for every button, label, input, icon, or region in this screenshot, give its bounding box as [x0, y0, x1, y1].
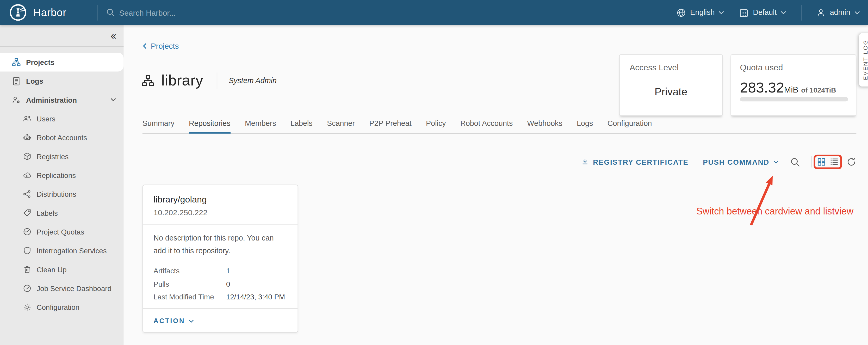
header-divider [97, 5, 98, 20]
administration-submenu: Users Robot Accounts Registries [0, 109, 123, 317]
search-input[interactable] [119, 8, 307, 17]
sidebar-item-label: Labels [36, 209, 58, 217]
administrator-icon [12, 95, 21, 104]
sidebar-item-label: Configuration [36, 303, 80, 311]
annotation-arrow [743, 170, 783, 232]
top-header: Harbor English [0, 0, 868, 25]
tab-logs[interactable]: Logs [577, 119, 593, 133]
tag-icon [23, 209, 32, 217]
annotation-text: Switch between cardview and listview [694, 207, 856, 218]
sidebar-item-administration[interactable]: Administration [0, 90, 123, 109]
sidebar-item-label: Projects [26, 58, 55, 66]
role-badge: System Admin [229, 76, 277, 85]
action-dropdown-button[interactable]: ACTION [153, 317, 194, 325]
sidebar-item-label: Users [36, 115, 55, 123]
stat-row-last-modified: Last Modified Time 12/14/23, 3:40 PM [153, 290, 287, 303]
sidebar: « Projects Logs [0, 25, 123, 345]
theme-menu[interactable]: Default [739, 7, 787, 18]
sidebar-item-replications[interactable]: Replications [0, 166, 123, 185]
sidebar-item-interrogation-services[interactable]: Interrogation Services [0, 241, 123, 260]
tab-labels[interactable]: Labels [290, 119, 313, 133]
tab-p2p-preheat[interactable]: P2P Preheat [369, 119, 411, 133]
stat-value: 1 [226, 265, 230, 278]
project-tabs: Summary Repositories Members Labels Scan… [143, 119, 856, 133]
sidebar-item-label: Clean Up [36, 265, 66, 274]
tab-webhooks[interactable]: Webhooks [527, 119, 562, 133]
list-view-icon[interactable] [830, 157, 839, 166]
brand-name: Harbor [33, 6, 66, 19]
registry-certificate-button[interactable]: REGISTRY CERTIFICATE [581, 157, 688, 166]
language-menu[interactable]: English [676, 7, 725, 18]
users-icon [23, 114, 32, 123]
stat-row-pulls: Pulls 0 [153, 278, 287, 290]
gear-icon [23, 303, 32, 312]
sidebar-item-robot-accounts[interactable]: Robot Accounts [0, 128, 123, 147]
tab-members[interactable]: Members [245, 119, 276, 133]
sidebar-item-logs[interactable]: Logs [0, 71, 123, 90]
filter-search-icon[interactable] [790, 157, 800, 167]
harbor-app: Harbor English [0, 0, 868, 345]
project-title-row: library System Admin [142, 72, 277, 89]
trash-icon [23, 265, 32, 274]
sidebar-item-label: Job Service Dashboard [36, 284, 112, 292]
registry-certificate-label: REGISTRY CERTIFICATE [593, 158, 688, 166]
repository-card-body: No description for this repo. You can ad… [143, 225, 298, 309]
tab-robot-accounts[interactable]: Robot Accounts [460, 119, 513, 133]
sidebar-collapse-icon[interactable]: « [111, 30, 117, 41]
chevron-left-icon [143, 43, 147, 50]
stat-label: Last Modified Time [153, 290, 226, 303]
tab-summary[interactable]: Summary [143, 119, 175, 133]
event-log-tab[interactable]: EVENT LOG [859, 33, 868, 87]
sidebar-item-job-service-dashboard[interactable]: Job Service Dashboard [0, 279, 123, 297]
chevron-down-icon [188, 319, 194, 323]
download-icon [581, 157, 589, 166]
sidebar-item-projects[interactable]: Projects [0, 53, 123, 71]
sidebar-item-label: Project Quotas [36, 227, 84, 236]
repository-card-footer: ACTION [143, 309, 298, 325]
language-label: English [690, 8, 715, 17]
organization-icon [12, 57, 21, 67]
main-content: Projects library System Admin Access Lev… [123, 25, 868, 345]
sidebar-header: « [0, 25, 123, 46]
header-right: English Default [662, 5, 868, 20]
user-label: admin [830, 8, 850, 17]
gauge-icon [23, 284, 32, 293]
sidebar-item-distributions[interactable]: Distributions [0, 185, 123, 203]
tab-repositories[interactable]: Repositories [189, 119, 230, 133]
user-menu[interactable]: admin [816, 7, 860, 18]
sidebar-item-clean-up[interactable]: Clean Up [0, 260, 123, 279]
repository-name-link[interactable]: library/golang [153, 195, 287, 205]
stat-row-artifacts: Artifacts 1 [153, 265, 287, 278]
chevron-down-icon [773, 160, 779, 164]
quota-limit: of 1024TiB [801, 87, 836, 94]
calendar-icon [739, 7, 749, 18]
theme-label: Default [753, 8, 777, 17]
header-divider [801, 5, 802, 20]
sidebar-item-registries[interactable]: Registries [0, 147, 123, 166]
repository-endpoint: 10.202.250.222 [153, 208, 287, 217]
quota-used-value: 283.32 [740, 79, 784, 96]
sidebar-item-configuration[interactable]: Configuration [0, 298, 123, 317]
repository-description: No description for this repo. You can ad… [153, 232, 287, 257]
breadcrumb-back-projects[interactable]: Projects [143, 42, 179, 51]
card-view-icon[interactable] [817, 157, 826, 166]
sidebar-item-label: Distributions [36, 190, 76, 198]
access-level-card: Access Level Private [619, 55, 723, 116]
logs-icon [12, 76, 21, 86]
quota-used-unit: MiB [784, 85, 799, 94]
push-command-button[interactable]: PUSH COMMAND [703, 158, 779, 166]
sidebar-item-label: Replications [36, 171, 76, 179]
tab-scanner[interactable]: Scanner [327, 119, 355, 133]
push-command-label: PUSH COMMAND [703, 158, 769, 166]
event-log-label: EVENT LOG [862, 40, 868, 80]
tab-policy[interactable]: Policy [426, 119, 446, 133]
tab-configuration[interactable]: Configuration [608, 119, 652, 133]
brand[interactable]: Harbor [0, 3, 97, 22]
sidebar-item-project-quotas[interactable]: Project Quotas [0, 222, 123, 241]
refresh-icon[interactable] [846, 157, 856, 167]
sidebar-item-labels[interactable]: Labels [0, 203, 123, 222]
user-icon [816, 7, 826, 18]
sidebar-item-label: Robot Accounts [36, 133, 87, 142]
search-icon [106, 8, 115, 17]
sidebar-item-users[interactable]: Users [0, 109, 123, 128]
